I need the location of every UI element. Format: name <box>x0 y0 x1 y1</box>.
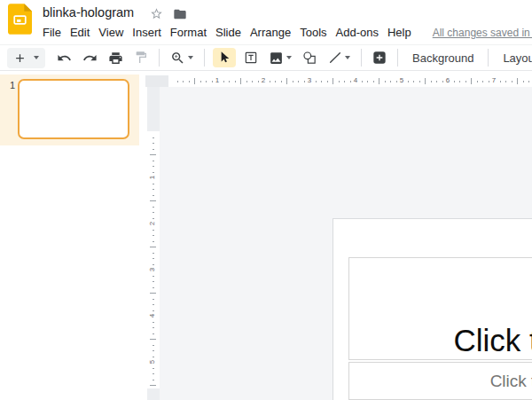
menu-file[interactable]: File <box>43 25 61 40</box>
add-comment-icon <box>372 51 387 65</box>
slide-page: Click to add title Click to add subtitle <box>332 218 532 400</box>
new-slide-button[interactable] <box>7 48 45 68</box>
select-tool-button[interactable] <box>213 48 236 67</box>
google-slides-window: blinka-hologram File Edit View Insert Fo… <box>0 0 532 400</box>
slide-number: 1 <box>10 80 15 90</box>
zoom-button[interactable] <box>168 48 196 68</box>
subtitle-placeholder-text: Click to add subtitle <box>490 372 532 391</box>
line-icon <box>328 51 342 65</box>
toolbar-separator <box>397 49 398 67</box>
undo-button[interactable] <box>54 48 74 68</box>
menu-insert[interactable]: Insert <box>132 25 161 40</box>
toolbar-separator <box>204 49 205 67</box>
insert-line-button[interactable] <box>325 48 353 67</box>
chevron-down-icon <box>286 56 292 59</box>
menu-edit[interactable]: Edit <box>70 25 90 40</box>
toolbar: Background Layout Theme Transition <box>0 45 532 71</box>
slides-logo-icon[interactable] <box>8 4 32 35</box>
layout-button[interactable]: Layout <box>494 47 532 68</box>
shape-icon <box>302 51 317 66</box>
slide-thumbnail-row[interactable]: 1 <box>0 75 139 145</box>
chevron-down-icon <box>345 56 350 59</box>
redo-button[interactable] <box>80 48 100 68</box>
menu-view[interactable]: View <box>98 25 123 40</box>
horizontal-ruler: 1234567 <box>171 75 532 87</box>
folder-icon[interactable] <box>173 7 187 21</box>
menubar: File Edit View Insert Format Slide Arran… <box>43 25 532 40</box>
menu-addons[interactable]: Add-ons <box>336 25 379 40</box>
toolbar-separator <box>159 49 160 67</box>
title-placeholder[interactable]: Click to add title <box>348 257 532 360</box>
vertical-ruler: 12345 <box>147 87 160 400</box>
insert-shape-button[interactable] <box>300 48 320 68</box>
star-outline-icon[interactable] <box>150 7 163 20</box>
document-title[interactable]: blinka-hologram <box>43 5 134 20</box>
header: blinka-hologram File Edit View Insert Fo… <box>0 0 532 45</box>
slide-thumbnail[interactable] <box>18 79 129 139</box>
toolbar-separator <box>361 49 362 67</box>
ruler-corner <box>145 75 168 87</box>
print-button[interactable] <box>106 48 126 68</box>
image-icon <box>269 51 284 66</box>
background-button[interactable]: Background <box>403 47 482 68</box>
add-comment-button[interactable] <box>370 48 389 67</box>
canvas: Click to add title Click to add subtitle <box>160 87 532 400</box>
chevron-down-icon <box>34 56 39 59</box>
text-box-button[interactable] <box>241 48 261 67</box>
cursor-arrow-icon <box>217 51 231 65</box>
title-placeholder-text: Click to add title <box>453 324 532 358</box>
filmstrip: 1 <box>0 72 145 400</box>
text-box-icon <box>244 51 258 65</box>
save-status-link[interactable]: All changes saved in Drive <box>433 27 532 39</box>
insert-image-button[interactable] <box>266 48 294 68</box>
paint-format-button[interactable] <box>131 48 151 67</box>
zoom-in-icon <box>170 51 185 66</box>
menu-arrange[interactable]: Arrange <box>250 25 291 40</box>
toolbar-separator <box>488 49 489 67</box>
chevron-down-icon <box>188 56 193 59</box>
menu-help[interactable]: Help <box>387 25 411 40</box>
vertical-ruler-ticks: 12345 <box>147 131 160 388</box>
plus-icon <box>13 51 27 65</box>
menu-slide[interactable]: Slide <box>215 25 241 40</box>
subtitle-placeholder[interactable]: Click to add subtitle <box>348 362 532 400</box>
menu-format[interactable]: Format <box>170 25 207 40</box>
menu-tools[interactable]: Tools <box>300 25 326 40</box>
